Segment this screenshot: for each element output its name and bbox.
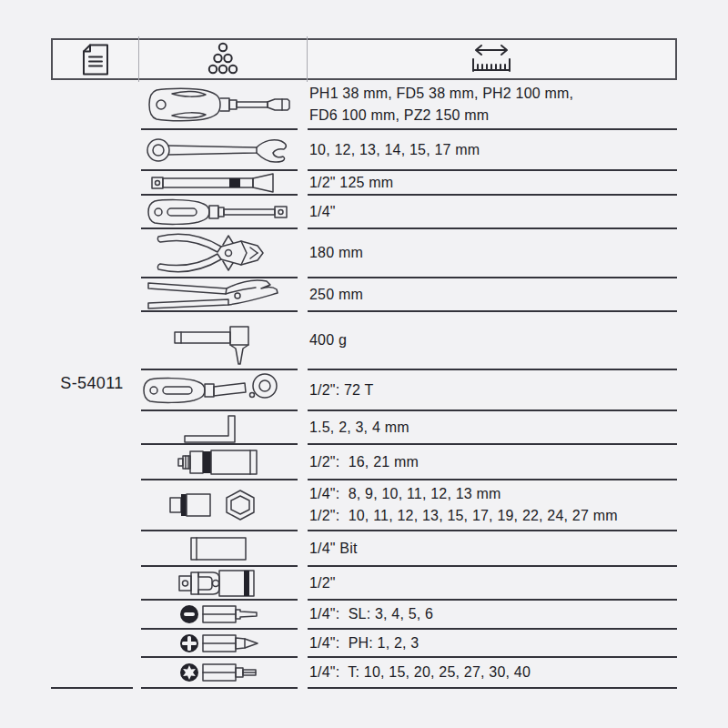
- spec-text: 400 g: [309, 329, 677, 351]
- water-pump-pliers-icon: [141, 278, 298, 312]
- combination-pliers-icon: [141, 229, 298, 278]
- table-row: 400 g: [141, 312, 677, 370]
- spec-cell: 1/4": 8, 9, 10, 11, 12, 13 mm 1/2": 10, …: [308, 480, 677, 531]
- spec-text: 10, 12, 13, 14, 15, 17 mm: [309, 139, 677, 161]
- table-row: 1/4": PH: 1, 2, 3: [141, 630, 677, 658]
- spec-text: 1/2": 16, 21 mm: [309, 451, 677, 473]
- product-code: S-54011: [51, 80, 133, 689]
- spec-cell: 1/4" Bit: [308, 531, 677, 567]
- extension-bar-icon: [141, 171, 298, 196]
- table-row: 1/2": [141, 567, 677, 601]
- spec-cell: 1/2" 125 mm: [308, 171, 677, 196]
- spec-cell: 400 g: [308, 312, 677, 370]
- spinner-handle-icon: [141, 196, 298, 229]
- spec-text: 1/2" 125 mm: [309, 172, 677, 194]
- spec-text: 180 mm: [309, 242, 677, 264]
- header-cell-item-number: [53, 40, 138, 78]
- ratchet-handle-icon: [141, 370, 298, 411]
- table-row: 1/4": SL: 3, 4, 5, 6: [141, 601, 677, 630]
- spec-text: 1/4": T: 10, 15, 20, 25, 27, 30, 40: [309, 662, 677, 683]
- spec-cell: PH1 38 mm, FD5 38 mm, PH2 100 mm, FD6 10…: [308, 80, 677, 130]
- spec-text: FD6 100 mm, PZ2 150 mm: [309, 105, 677, 126]
- table-row: 10, 12, 13, 14, 15, 17 mm: [141, 130, 677, 171]
- table-body: S-54011: [51, 80, 677, 689]
- spec-text: 250 mm: [309, 284, 677, 306]
- table-row: 1/4": [141, 196, 677, 229]
- spec-cell: 1/4": [308, 196, 677, 229]
- spec-text: PH1 38 mm, FD5 38 mm, PH2 100 mm,: [309, 83, 677, 105]
- bit-adapter-icon: [141, 531, 298, 567]
- table-row: 1/4": T: 10, 15, 20, 25, 27, 30, 40: [141, 658, 677, 689]
- header-cell-dimensions: [307, 40, 675, 78]
- torx-bits-icon: [141, 658, 298, 689]
- spec-cell: 1/2": [308, 567, 677, 601]
- table-header: [51, 38, 677, 80]
- spec-text: 1/2": [309, 572, 677, 594]
- spec-text: 1/4": SL: 3, 4, 5, 6: [309, 603, 677, 625]
- table-row: 1/4" Bit: [141, 531, 677, 567]
- spec-cell: 1/4": SL: 3, 4, 5, 6: [308, 601, 677, 630]
- table-row: 1/2": 16, 21 mm: [141, 445, 677, 480]
- spec-text: 1/2": 10, 11, 12, 13, 15, 17, 19, 22, 24…: [309, 505, 677, 527]
- combination-wrench-icon: [141, 130, 298, 171]
- spec-cell: 1/2": 16, 21 mm: [308, 445, 677, 480]
- product-spec-table: S-54011: [51, 38, 677, 689]
- spec-text: 1/4": PH: 1, 2, 3: [309, 632, 677, 654]
- universal-joint-icon: [141, 567, 298, 601]
- table-row: 250 mm: [141, 278, 677, 312]
- spec-cell: 1.5, 2, 3, 4 mm: [308, 411, 677, 445]
- column-divider: [307, 36, 308, 82]
- spec-cell: 10, 12, 13, 14, 15, 17 mm: [308, 130, 677, 171]
- spec-text: 1/2": 72 T: [309, 379, 677, 401]
- hex-key-icon: [141, 411, 298, 445]
- dimensions-icon: [470, 43, 513, 76]
- header-cell-pieces: [138, 40, 307, 78]
- table-row: 1/4": 8, 9, 10, 11, 12, 13 mm 1/2": 10, …: [141, 480, 677, 531]
- spec-text: 1/4" Bit: [309, 538, 677, 560]
- screwdriver-icon: [141, 80, 298, 130]
- pieces-icon: [205, 42, 241, 76]
- spec-cell: 250 mm: [308, 278, 677, 312]
- table-row: 180 mm: [141, 229, 677, 278]
- spark-plug-socket-icon: [141, 445, 298, 480]
- spec-text: 1/4": 8, 9, 10, 11, 12, 13 mm: [309, 483, 677, 505]
- column-divider: [138, 36, 139, 82]
- spec-cell: 1/2": 72 T: [308, 370, 677, 411]
- table-row: PH1 38 mm, FD5 38 mm, PH2 100 mm, FD6 10…: [141, 80, 677, 130]
- document-icon: [82, 44, 109, 76]
- hammer-icon: [141, 312, 298, 370]
- table-row: 1.5, 2, 3, 4 mm: [141, 411, 677, 445]
- spec-rows: PH1 38 mm, FD5 38 mm, PH2 100 mm, FD6 10…: [141, 80, 677, 689]
- slotted-bits-icon: [141, 601, 298, 630]
- table-row: 1/2" 125 mm: [141, 171, 677, 196]
- spec-cell: 1/4": T: 10, 15, 20, 25, 27, 30, 40: [308, 658, 677, 689]
- table-row: 1/2": 72 T: [141, 370, 677, 411]
- spec-text: 1.5, 2, 3, 4 mm: [309, 417, 677, 439]
- spec-cell: 180 mm: [308, 229, 677, 278]
- phillips-bits-icon: [141, 630, 298, 658]
- sockets-icon: [141, 480, 298, 531]
- spec-cell: 1/4": PH: 1, 2, 3: [308, 630, 677, 658]
- spec-text: 1/4": [309, 201, 677, 223]
